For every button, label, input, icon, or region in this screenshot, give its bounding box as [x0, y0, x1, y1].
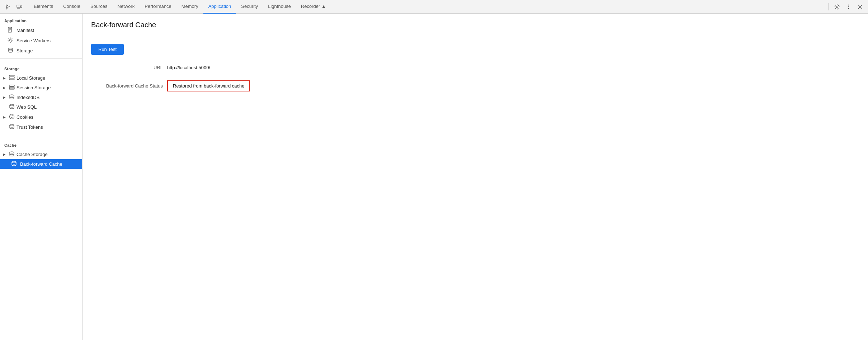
trust-tokens-icon — [9, 124, 15, 130]
application-section-header: Application — [0, 14, 82, 25]
websql-icon — [9, 104, 15, 110]
url-label: URL — [91, 65, 163, 70]
sidebar-item-storage[interactable]: Storage — [0, 46, 82, 56]
manifest-icon — [7, 27, 14, 34]
local-storage-label: Local Storage — [16, 75, 45, 81]
svg-point-24 — [10, 114, 14, 119]
svg-point-23 — [10, 104, 14, 106]
svg-rect-21 — [9, 88, 14, 89]
session-storage-icon — [9, 85, 15, 91]
more-icon[interactable] — [844, 2, 854, 12]
svg-point-31 — [12, 161, 16, 163]
svg-rect-18 — [9, 79, 14, 80]
sidebar-item-cache-storage[interactable]: ▶ Cache Storage — [0, 150, 82, 159]
svg-point-3 — [836, 6, 838, 8]
svg-point-29 — [10, 124, 14, 126]
svg-rect-16 — [9, 75, 14, 76]
close-icon[interactable] — [855, 2, 865, 12]
sidebar: Application Manifest Service W — [0, 14, 82, 340]
main-layout: Application Manifest Service W — [0, 14, 868, 340]
indexeddb-label: IndexedDB — [16, 95, 39, 100]
arrow-local-storage: ▶ — [3, 76, 7, 80]
tab-console[interactable]: Console — [58, 0, 85, 14]
toolbar-icons — [3, 2, 24, 12]
arrow-cookies: ▶ — [3, 115, 7, 119]
sidebar-item-local-storage[interactable]: ▶ Local Storage — [0, 73, 82, 83]
url-value: http://localhost:5000/ — [167, 65, 210, 70]
svg-point-27 — [11, 117, 12, 118]
svg-point-15 — [8, 48, 13, 49]
cache-section-header: Cache — [0, 138, 82, 150]
sidebar-item-indexeddb[interactable]: ▶ IndexedDB — [0, 93, 82, 102]
arrow-session-storage: ▶ — [3, 86, 7, 90]
cookies-label: Cookies — [16, 114, 33, 120]
session-storage-label: Session Storage — [16, 85, 51, 90]
service-workers-label: Service Workers — [16, 38, 51, 43]
sidebar-item-websql[interactable]: ▶ Web SQL — [0, 102, 82, 112]
tab-application[interactable]: Application — [203, 0, 236, 14]
content-header: Back-forward Cache — [82, 14, 868, 35]
back-forward-cache-icon — [11, 161, 17, 167]
cursor-icon[interactable] — [3, 2, 13, 12]
back-forward-cache-label: Back-forward Cache — [20, 161, 62, 167]
storage-label: Storage — [16, 48, 33, 53]
tab-memory[interactable]: Memory — [176, 0, 203, 14]
sidebar-item-session-storage[interactable]: ▶ Session Storage — [0, 83, 82, 93]
local-storage-icon — [9, 75, 15, 81]
svg-rect-20 — [9, 87, 14, 88]
cache-status-row: Back-forward Cache Status Restored from … — [91, 80, 859, 91]
tab-recorder[interactable]: Recorder ▲ — [296, 0, 331, 14]
tab-bar: Elements Console Sources Network Perform… — [0, 0, 868, 14]
cache-storage-label: Cache Storage — [16, 152, 48, 157]
divider-2 — [0, 135, 82, 135]
tab-lighthouse[interactable]: Lighthouse — [263, 0, 296, 14]
svg-point-28 — [13, 117, 13, 118]
cookies-icon — [9, 114, 15, 121]
svg-point-26 — [12, 115, 13, 116]
arrow-cache-storage: ▶ — [3, 152, 7, 156]
tab-performance[interactable]: Performance — [140, 0, 176, 14]
tab-security[interactable]: Security — [236, 0, 263, 14]
indexeddb-icon — [9, 94, 15, 100]
url-row: URL http://localhost:5000/ — [91, 65, 859, 70]
svg-rect-19 — [9, 85, 14, 86]
svg-point-25 — [11, 115, 11, 116]
svg-point-14 — [10, 39, 11, 41]
content-area: Back-forward Cache Run Test URL http://l… — [82, 14, 868, 340]
cache-storage-icon — [9, 151, 15, 157]
svg-point-30 — [10, 152, 14, 153]
divider-1 — [0, 58, 82, 59]
svg-rect-0 — [17, 5, 20, 8]
service-workers-icon — [7, 37, 14, 44]
settings-icon[interactable] — [832, 2, 842, 12]
manifest-label: Manifest — [16, 28, 34, 33]
sidebar-item-manifest[interactable]: Manifest — [0, 25, 82, 36]
svg-point-4 — [848, 4, 849, 5]
storage-icon — [7, 48, 14, 54]
svg-rect-17 — [9, 77, 14, 78]
trust-tokens-label: Trust Tokens — [16, 124, 43, 130]
tab-elements[interactable]: Elements — [29, 0, 58, 14]
divider — [828, 3, 829, 10]
sidebar-item-back-forward-cache[interactable]: Back-forward Cache — [0, 159, 82, 169]
tab-network[interactable]: Network — [113, 0, 140, 14]
svg-rect-1 — [20, 6, 22, 8]
tab-sources[interactable]: Sources — [85, 0, 113, 14]
sidebar-item-cookies[interactable]: ▶ Cookies — [0, 112, 82, 122]
websql-label: Web SQL — [16, 104, 37, 110]
device-icon[interactable] — [14, 2, 24, 12]
arrow-indexeddb: ▶ — [3, 95, 7, 99]
page-title: Back-forward Cache — [91, 21, 859, 29]
sidebar-item-trust-tokens[interactable]: ▶ Trust Tokens — [0, 122, 82, 132]
svg-point-5 — [848, 6, 849, 7]
cache-status-label: Back-forward Cache Status — [91, 83, 163, 89]
svg-point-6 — [848, 8, 849, 9]
toolbar-right — [826, 2, 865, 12]
storage-section-header: Storage — [0, 62, 82, 73]
content-body: Run Test URL http://localhost:5000/ Back… — [82, 35, 868, 100]
run-test-button[interactable]: Run Test — [91, 44, 124, 55]
svg-point-22 — [10, 95, 14, 96]
sidebar-item-service-workers[interactable]: Service Workers — [0, 36, 82, 46]
cache-status-value: Restored from back-forward cache — [167, 80, 250, 91]
